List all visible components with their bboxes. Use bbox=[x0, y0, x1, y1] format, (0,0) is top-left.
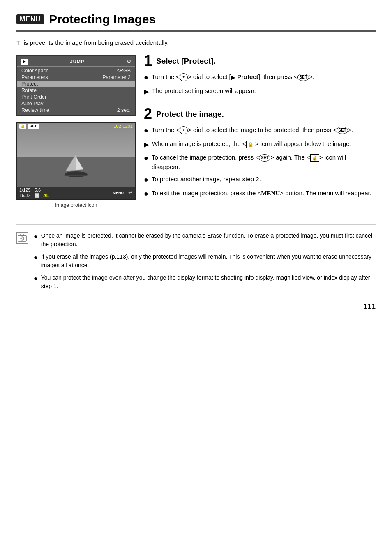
jump-label: JUMP bbox=[70, 59, 85, 64]
preview-hud-top: 🔒 SET 102-0201 bbox=[19, 124, 133, 129]
step-1-bullet-2-text: The protect setting screen will appear. bbox=[152, 86, 256, 96]
menu-row-colorspace: Color space sRGB bbox=[17, 67, 135, 74]
step-1-header: 1 Select [Protect]. bbox=[144, 55, 376, 68]
step-2-number: 2 bbox=[144, 106, 152, 121]
step-1-title: Select [Protect]. bbox=[156, 55, 216, 66]
note-bullet-1: ● bbox=[34, 231, 38, 241]
quality-label: AL bbox=[43, 193, 49, 198]
menu-button-preview: MENU bbox=[111, 190, 127, 196]
file-number: 102-0201 bbox=[114, 124, 133, 129]
dial-symbol: ✦ bbox=[180, 73, 188, 81]
shutter-aperture: 1/125 5.6 bbox=[19, 187, 49, 192]
step-2-bullet-2-text: When an image is protected, the <🔒> icon… bbox=[152, 139, 351, 149]
step-1-bullet-2: ▶ The protect setting screen will appear… bbox=[144, 86, 376, 97]
main-content: ▶ JUMP ⚙ Color space sRGB Parameters Par… bbox=[16, 55, 376, 212]
preview-boat bbox=[60, 150, 92, 179]
preview-hud-bottom: 1/125 5.6 16/32 ⬜ AL bbox=[19, 187, 133, 198]
play-icon: ▶ bbox=[21, 59, 28, 65]
right-column: 1 Select [Protect]. ● Turn the <✦> dial … bbox=[144, 55, 376, 212]
step-1-bullet-1: ● Turn the <✦> dial to select [▶ Protect… bbox=[144, 72, 376, 83]
note-bullets-list: ● Once an image is protected, it cannot … bbox=[34, 231, 376, 294]
step-1-section: 1 Select [Protect]. ● Turn the <✦> dial … bbox=[144, 55, 376, 97]
arrow-icon: ▶ bbox=[144, 87, 149, 97]
play-bracket-symbol: ▶ bbox=[231, 73, 235, 82]
note-item-1: ● Once an image is protected, it cannot … bbox=[34, 231, 376, 249]
step-1-body: ● Turn the <✦> dial to select [▶ Protect… bbox=[144, 72, 376, 97]
bullet-icon-5: ● bbox=[144, 188, 148, 199]
svg-marker-2 bbox=[76, 157, 83, 170]
step-1-bullet-1-text: Turn the <✦> dial to select [▶ Protect],… bbox=[152, 72, 314, 82]
svg-rect-6 bbox=[21, 234, 24, 236]
bullet-icon: ● bbox=[144, 72, 148, 83]
camera-menu-screenshot: ▶ JUMP ⚙ Color space sRGB Parameters Par… bbox=[16, 55, 136, 116]
af-icon: ⬜ bbox=[35, 193, 39, 198]
step-2-bullet-4-text: To protect another image, repeat step 2. bbox=[152, 175, 261, 184]
lock-icon: 🔒 bbox=[19, 124, 26, 129]
step-2-bullet-4: ● To protect another image, repeat step … bbox=[144, 175, 376, 185]
set-symbol-3: SET bbox=[259, 154, 270, 162]
menu-row-rotate: Rotate bbox=[17, 87, 135, 94]
step-2-bullet-3-text: To cancel the image protection, press <S… bbox=[152, 153, 376, 171]
set-symbol: SET bbox=[297, 74, 309, 81]
step-2-body: ● Turn the <✦> dial to select the image … bbox=[144, 125, 376, 199]
step-2-bullet-1-text: Turn the <✦> dial to select the image to… bbox=[152, 125, 353, 135]
bullet-icon-4: ● bbox=[144, 174, 148, 185]
menu-row-protect: Protect bbox=[17, 81, 135, 87]
left-column: ▶ JUMP ⚙ Color space sRGB Parameters Par… bbox=[16, 55, 144, 212]
menu-row-autoplay: Auto Play bbox=[17, 100, 135, 107]
camera-preview-screenshot: 🔒 SET 102-0201 1/125 5.6 bbox=[16, 122, 136, 200]
step-1-number: 1 bbox=[144, 53, 152, 68]
note-icon bbox=[16, 232, 28, 244]
step-2-bullet-2: ▶ When an image is protected, the <🔒> ic… bbox=[144, 139, 376, 150]
menu-symbol: MENU bbox=[261, 190, 280, 197]
bullet-icon-2: ● bbox=[144, 125, 148, 136]
preview-exposure-info: 1/125 5.6 16/32 ⬜ AL bbox=[19, 187, 49, 198]
step-2-title: Protect the image. bbox=[156, 108, 224, 119]
step-2-bullet-5: ● To exit the image protection, press th… bbox=[144, 189, 376, 199]
note-item-2: ● If you erase all the images (p.113), o… bbox=[34, 252, 376, 270]
note-text-2: If you erase all the images (p.113), onl… bbox=[41, 252, 376, 270]
protect-box-symbol-2: 🔒 bbox=[310, 154, 319, 162]
preview-inner: 🔒 SET 102-0201 1/125 5.6 bbox=[17, 123, 135, 199]
note-bullet-3: ● bbox=[34, 273, 38, 283]
set-symbol-2: SET bbox=[337, 127, 348, 134]
step-2-bullet-5-text: To exit the image protection, press the … bbox=[152, 189, 371, 198]
svg-marker-1 bbox=[66, 154, 76, 171]
svg-point-8 bbox=[21, 238, 23, 239]
title-divider bbox=[16, 30, 376, 32]
svg-point-7 bbox=[21, 237, 24, 240]
page-title-area: MENU Protecting Images bbox=[16, 12, 376, 26]
back-button-preview: ↩ bbox=[128, 190, 133, 196]
menu-row-reviewtime: Review time 2 sec. bbox=[17, 107, 135, 113]
menu-badge: MENU bbox=[16, 14, 44, 24]
note-bullet-2: ● bbox=[34, 252, 38, 262]
step-2-bullets: ● Turn the <✦> dial to select the image … bbox=[144, 125, 376, 199]
frame-info: 16/32 ⬜ AL bbox=[19, 193, 49, 198]
settings-icon: ⚙ bbox=[127, 58, 131, 65]
menu-row-printorder: Print Order bbox=[17, 94, 135, 100]
page-title: Protecting Images bbox=[49, 12, 156, 26]
note-item-3: ● You can protect the image even after y… bbox=[34, 273, 376, 291]
step-1-bullets: ● Turn the <✦> dial to select [▶ Protect… bbox=[144, 72, 376, 97]
svg-point-3 bbox=[65, 171, 88, 177]
page-subtitle: This prevents the image from being erase… bbox=[16, 39, 376, 46]
menu-row-parameters: Parameters Parameter 2 bbox=[17, 74, 135, 81]
note-section: ● Once an image is protected, it cannot … bbox=[16, 224, 376, 294]
step-2-section: 2 Protect the image. ● Turn the <✦> dial… bbox=[144, 108, 376, 199]
preview-menu-controls: MENU ↩ bbox=[111, 190, 133, 196]
step-2-bullet-1: ● Turn the <✦> dial to select the image … bbox=[144, 125, 376, 136]
arrow-icon-2: ▶ bbox=[144, 140, 149, 150]
note-text-1: Once an image is protected, it cannot be… bbox=[41, 231, 376, 249]
image-protect-caption: Image protect icon bbox=[16, 202, 136, 208]
step-2-bullet-3: ● To cancel the image protection, press … bbox=[144, 153, 376, 171]
dial-symbol-2: ✦ bbox=[180, 126, 188, 134]
bullet-icon-3: ● bbox=[144, 153, 148, 164]
page-number: 111 bbox=[16, 303, 376, 311]
set-label: SET bbox=[28, 124, 39, 129]
step-2-header: 2 Protect the image. bbox=[144, 108, 376, 121]
camera-menu-header: ▶ JUMP ⚙ bbox=[17, 58, 135, 67]
protect-box-symbol: 🔒 bbox=[246, 141, 255, 148]
svg-rect-5 bbox=[18, 235, 26, 241]
note-text-3: You can protect the image even after you… bbox=[41, 273, 376, 291]
